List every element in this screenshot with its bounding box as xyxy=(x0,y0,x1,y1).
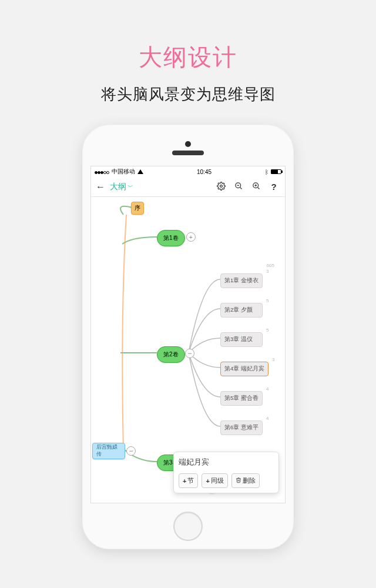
node-vol2[interactable]: 第2卷 xyxy=(157,346,185,363)
svg-point-0 xyxy=(220,185,222,187)
node-label: 第1卷 xyxy=(163,234,179,242)
status-bar: 中国移动 10:45 ᛒ xyxy=(91,166,285,177)
node-chapter-selected[interactable]: 第4章 端妃月宾 xyxy=(220,362,268,376)
mode-label: 大纲 xyxy=(110,182,126,192)
node-chapter[interactable]: 第6章 意难平 xyxy=(220,420,263,435)
node-context-popup: 端妃月宾 + 节 + 同级 删除 xyxy=(173,452,279,493)
phone-frame: 中国移动 10:45 ᛒ ← 大纲 ﹀ xyxy=(82,125,294,549)
bluetooth-icon: ᛒ xyxy=(265,169,268,175)
add-sibling-button[interactable]: + 同级 xyxy=(202,473,227,488)
mode-dropdown[interactable]: 大纲 ﹀ xyxy=(110,182,133,192)
phone-speaker xyxy=(172,151,204,155)
home-button[interactable] xyxy=(173,512,203,541)
promo-title: 大纲设计 xyxy=(0,41,376,74)
trash-icon xyxy=(236,477,241,485)
node-chapter[interactable]: 第1章 金缕衣 xyxy=(220,273,263,288)
settings-icon[interactable] xyxy=(214,182,227,192)
expand-vol1-button[interactable]: + xyxy=(186,232,196,242)
node-label: 第6章 意难平 xyxy=(224,424,258,430)
app-screen: 中国移动 10:45 ᛒ ← 大纲 ﹀ xyxy=(90,166,286,503)
node-chapter[interactable]: 第3章 温仪 xyxy=(220,332,263,347)
add-child-button[interactable]: + 节 xyxy=(179,473,198,488)
wifi-icon xyxy=(137,169,143,174)
node-chapter[interactable]: 第2章 夕颜 xyxy=(220,303,263,318)
chapter-badge: 4 xyxy=(266,386,268,392)
svg-line-2 xyxy=(240,187,241,189)
node-preface[interactable]: 序 xyxy=(131,202,144,215)
node-label: 第3章 温仪 xyxy=(224,336,253,342)
popup-title: 端妃月宾 xyxy=(179,457,274,467)
node-label: 第5章 蜜合香 xyxy=(224,395,258,401)
battery-icon xyxy=(271,169,281,174)
plus-icon: + xyxy=(206,477,209,485)
vol2-count-badge: 605 xyxy=(267,263,274,268)
signal-dots-icon xyxy=(95,169,109,175)
button-label: 节 xyxy=(187,476,194,485)
collapse-vol2-button[interactable]: − xyxy=(185,349,194,358)
node-label: 第4章 端妃月宾 xyxy=(224,365,264,372)
delete-button[interactable]: 删除 xyxy=(231,473,260,488)
button-label: 同级 xyxy=(211,476,224,485)
node-label: 第2章 夕颜 xyxy=(224,306,253,313)
promo-subtitle: 将头脑风景变为思维导图 xyxy=(0,84,376,105)
node-label: 第1章 金缕衣 xyxy=(224,277,258,283)
chapter-badge: 5 xyxy=(266,328,268,333)
button-label: 删除 xyxy=(243,476,256,485)
zoom-in-icon[interactable] xyxy=(250,182,263,192)
node-vol1[interactable]: 第1卷 xyxy=(157,230,185,246)
clock: 10:45 xyxy=(197,169,212,175)
chapter-badge: 5 xyxy=(266,298,268,303)
toolbar: ← 大纲 ﹀ ? xyxy=(91,177,285,197)
mindmap-canvas[interactable]: 序 第1卷 + 第2卷 − 605 第1章 金缕衣 3 第2章 夕颜 5 xyxy=(91,197,285,503)
collapse-root-button[interactable]: − xyxy=(126,446,136,456)
help-icon[interactable]: ? xyxy=(267,182,280,192)
svg-line-5 xyxy=(257,187,259,189)
node-label: 序 xyxy=(135,204,140,212)
carrier-label: 中国移动 xyxy=(112,168,135,176)
plus-icon: + xyxy=(183,477,186,485)
back-button[interactable]: ← xyxy=(96,182,105,192)
node-label: 第2卷 xyxy=(163,350,179,359)
chapter-badge: 3 xyxy=(272,357,274,362)
node-chapter[interactable]: 第5章 蜜合香 xyxy=(220,391,263,406)
node-root[interactable]: 后宫甄嬛传 xyxy=(92,443,125,459)
chevron-down-icon: ﹀ xyxy=(127,183,133,191)
node-label: 后宫甄嬛传 xyxy=(96,444,121,458)
chapter-badge: 4 xyxy=(266,416,268,421)
zoom-out-icon[interactable] xyxy=(232,182,245,192)
chapter-badge: 3 xyxy=(266,269,268,274)
